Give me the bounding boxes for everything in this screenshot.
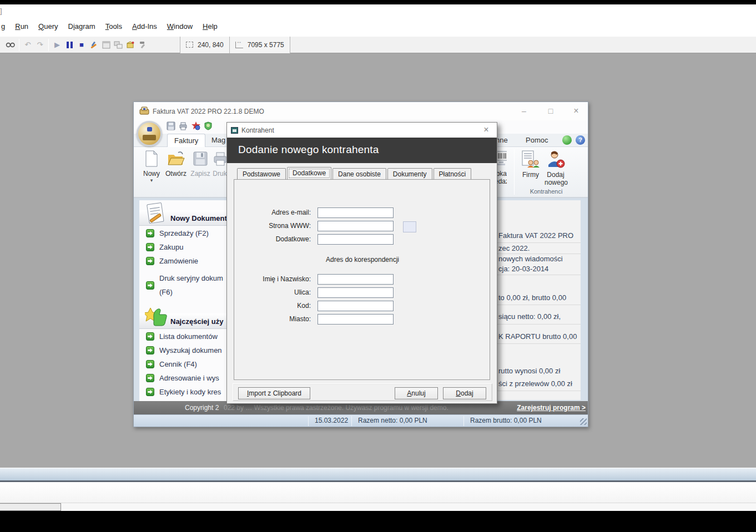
taskbar-strip — [0, 468, 756, 480]
sidebar-item-zakupu[interactable]: Zakupu — [146, 243, 229, 252]
news-line: nowych wiadomości — [498, 255, 563, 263]
dialog-icon — [231, 127, 238, 134]
package-icon[interactable] — [124, 39, 137, 51]
imie-nazwisko-field[interactable] — [317, 274, 394, 285]
save-icon[interactable] — [167, 121, 175, 130]
app-titlebar[interactable]: Faktura VAT 2022 PRO 22.1.8 DEMO – □ × — [134, 102, 588, 120]
tab-magazyn-clipped[interactable]: Mag — [205, 134, 226, 147]
menu-item-tools[interactable]: Tools — [100, 21, 127, 32]
orb-register-graphic — [143, 135, 156, 140]
dialog-tab-podstawowe[interactable]: Podstawowe — [237, 168, 286, 180]
status-bar: 15.03.2022 Razem netto: 0,00 PLN Razem b… — [134, 414, 588, 427]
minimize-button[interactable]: – — [517, 105, 531, 116]
green-arrow-icon — [146, 346, 154, 354]
cancel-button[interactable]: Anuluj — [395, 387, 438, 399]
ide-menubar: g Run Query Diagram Tools Add-Ins Window… — [0, 20, 756, 32]
dodatkowe-field[interactable] — [317, 234, 394, 245]
bottom-panel — [0, 482, 756, 503]
dialog-titlebar[interactable]: Kontrahent × — [227, 123, 497, 138]
register-program-link[interactable]: Zarejestruj program > — [517, 401, 586, 414]
sidebar-item-wyszukaj[interactable]: Wyszukaj dokumen — [146, 346, 229, 355]
print-icon[interactable] — [179, 121, 188, 130]
design-tools-icon[interactable] — [88, 39, 100, 51]
sidebar-item-etykiety[interactable]: Etykiety i kody kres — [146, 388, 229, 397]
news-line: rutto wynosi 0,00 zł — [498, 367, 560, 375]
dialog-tab-dane-osobiste[interactable]: Dane osobiste — [332, 168, 386, 180]
toolbar-separator — [48, 39, 49, 51]
menu-item-window[interactable]: Window — [162, 21, 198, 32]
kontrahent-dialog: Kontrahent × Dodanie nowego kontrahenta … — [226, 122, 497, 404]
green-arrow-icon — [146, 374, 154, 382]
dialog-tab-dokumenty[interactable]: Dokumenty — [387, 168, 432, 180]
add-button[interactable]: Dodaj — [443, 387, 486, 399]
email-field[interactable] — [317, 207, 394, 218]
sidebar-item-label: Adresowanie i wys — [159, 374, 225, 383]
web-status-icon[interactable] — [562, 135, 572, 145]
redo-icon[interactable]: ↷ — [34, 39, 46, 51]
ribbon-button-label: bka — [496, 170, 507, 178]
sidebar-item-zamowienie[interactable]: Zamówienie — [146, 257, 229, 266]
ribbon-button-otworz[interactable]: Otwórz — [165, 148, 187, 195]
clipped-window-icon: ] — [0, 7, 2, 15]
menu-item-diagram[interactable]: Diagram — [63, 21, 100, 32]
dialog-tab-dodatkowe[interactable]: Dodatkowe — [287, 167, 331, 180]
menu-item-run[interactable]: Run — [10, 21, 33, 32]
stop-icon[interactable]: ■ — [75, 39, 88, 51]
ide-toolbar: ↶ ↷ ▶ ■ 240, 840 7095 x 5775 — [0, 37, 756, 53]
build-hammer-icon[interactable] — [137, 39, 149, 51]
run-icon[interactable]: ▶ — [51, 39, 63, 51]
ribbon-button-nowy[interactable]: Nowy ▾ — [140, 148, 163, 195]
field-label-email: Adres e-mail: — [271, 209, 311, 216]
tab-pomoc[interactable]: Pomoc — [519, 134, 555, 147]
menu-item-addins[interactable]: Add-Ins — [127, 21, 162, 32]
app-icon — [139, 106, 149, 115]
help-icon[interactable]: ? — [576, 135, 585, 145]
sidebar-item-label: Etykiety i kody kres — [159, 388, 225, 397]
www-field[interactable] — [317, 221, 394, 231]
cascade-windows-icon[interactable] — [112, 39, 124, 51]
dialog-tab-platnosci[interactable]: Płatności — [434, 168, 472, 180]
miasto-field[interactable] — [317, 314, 394, 325]
sidebar-item-label: Sprzedaży (F2) — [159, 229, 225, 238]
ribbon-button-druk-clipped[interactable]: Druk — [213, 148, 227, 195]
resize-grip[interactable] — [580, 418, 587, 425]
form-properties-icon[interactable] — [100, 39, 112, 51]
green-arrow-icon — [146, 257, 154, 265]
maximize-button[interactable]: □ — [543, 105, 558, 116]
tab-faktury[interactable]: Faktury — [167, 134, 205, 147]
application-orb-button[interactable] — [137, 121, 162, 146]
scrollbar-thumb[interactable] — [0, 503, 61, 511]
kod-field[interactable] — [317, 301, 394, 311]
green-arrow-icon — [146, 360, 154, 368]
www-open-button[interactable] — [403, 221, 416, 232]
ulica-field[interactable] — [317, 287, 394, 298]
sidebar-item-adresowanie[interactable]: Adresowanie i wys — [146, 374, 229, 383]
news-line: ści z przelewów 0,00 zł — [498, 379, 572, 388]
license-badge-icon[interactable] — [204, 121, 213, 130]
field-label-www: Strona WWW: — [269, 222, 311, 230]
undo-icon[interactable]: ↶ — [22, 39, 34, 51]
settings-star-icon[interactable] — [191, 121, 200, 130]
menu-item-clipped[interactable]: g — [0, 21, 10, 32]
sidebar-item-sprzedazy[interactable]: Sprzedaży (F2) — [146, 229, 229, 238]
sidebar-item-druk-seryjny[interactable]: Druk seryjny dokum (F6) — [146, 271, 229, 299]
import-clipboard-button[interactable]: Import z Clipboard — [238, 387, 310, 399]
pause-icon[interactable] — [63, 39, 75, 51]
news-line: siącu netto: 0,00 zł, — [498, 312, 561, 321]
field-label-miasto: Miasto: — [289, 315, 311, 323]
close-button[interactable]: × — [569, 105, 583, 116]
news-separator — [496, 242, 581, 243]
dialog-close-button[interactable]: × — [480, 124, 492, 135]
menu-item-query[interactable]: Query — [33, 21, 63, 32]
sidebar-item-cennik[interactable]: Cennik (F4) — [146, 360, 229, 369]
field-row-dodatkowe: Dodatkowe: — [227, 234, 498, 245]
dialog-tabs: Podstawowe Dodatkowe Dane osobiste Dokum… — [237, 167, 472, 180]
field-label-dodatkowe: Dodatkowe: — [276, 235, 311, 243]
menu-item-help[interactable]: Help — [198, 21, 223, 32]
horizontal-scrollbar[interactable] — [0, 503, 756, 511]
field-row-ulica: Ulica: — [227, 287, 498, 298]
ribbon-button-zapisz[interactable]: Zapisz — [189, 148, 211, 195]
thumbs-up-icon — [145, 305, 169, 329]
find-icon[interactable] — [4, 39, 17, 51]
sidebar-item-lista-dokumentow[interactable]: Lista dokumentów — [146, 332, 229, 341]
